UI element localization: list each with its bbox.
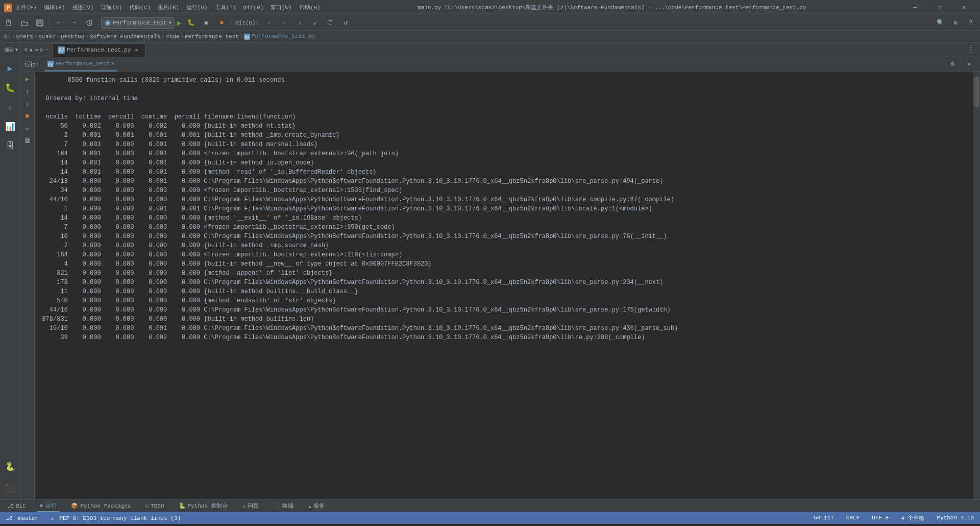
git-push-button[interactable]: ↗ — [292, 17, 307, 29]
sidebar-profiler-icon[interactable]: 📊 — [1, 117, 19, 136]
title-bar: P 文件(F) 编辑(E) 视图(V) 导航(N) 代码(C) 重构(R) 运行… — [0, 0, 980, 15]
sidebar-database-icon[interactable]: 🗄 — [1, 137, 19, 155]
coverage-button[interactable]: ◉ — [199, 17, 213, 29]
run-tab-active[interactable]: py Performance_test ✕ — [44, 57, 117, 71]
git-check-1[interactable]: ✓ — [262, 17, 276, 29]
run-toolbar-left: ▶ ↑ ↓ ■ ↵ 🗑 — [20, 71, 35, 499]
run-tab-close[interactable]: ✕ — [111, 61, 114, 66]
settings-button[interactable]: ⚙ — [948, 17, 963, 29]
bottom-tab-terminal[interactable]: ⬛ 终端 — [270, 500, 297, 512]
clear-output-button[interactable]: 🗑 — [22, 135, 33, 146]
scrollbar-thumb[interactable] — [974, 77, 979, 107]
menu-tools[interactable]: 工具(T) — [215, 4, 236, 11]
services-tab-icon: ☁ — [308, 503, 311, 509]
breadcrumb-part-code[interactable]: code — [166, 34, 179, 40]
output-content[interactable]: 8506 function calls (8326 primitive call… — [35, 71, 973, 499]
git-revert-button[interactable]: ↺ — [338, 17, 353, 29]
scroll-up-button[interactable]: ↑ — [22, 86, 33, 97]
bottom-tab-run[interactable]: ▶ 运行 — [37, 500, 60, 512]
debug-button[interactable]: 🐛 — [184, 17, 198, 29]
menu-navigate[interactable]: 导航(N) — [101, 4, 122, 11]
sidebar-run-icon[interactable]: ▶ — [1, 59, 19, 78]
status-bar: ⎇ master ⚠ PEP 8: E303 too many blank li… — [0, 512, 980, 524]
bottom-tab-git[interactable]: ⎇ Git — [4, 500, 29, 512]
status-encoding[interactable]: UTF-8 — [870, 515, 891, 521]
menu-help[interactable]: 帮助(H) — [299, 4, 321, 11]
menu-run[interactable]: 运行(U) — [186, 4, 208, 11]
run-tab-icon: ▶ — [40, 502, 44, 509]
breadcrumb-part-c[interactable]: C: — [4, 34, 11, 40]
stop-button[interactable]: ■ — [214, 17, 229, 29]
sidebar-python-icon[interactable]: 🐍 — [1, 458, 19, 476]
bottom-tab-packages[interactable]: 📦 Python Packages — [68, 500, 134, 512]
status-bar-right: 58:117 CRLF UTF-8 4 个空格 Python 3.10 — [812, 514, 976, 522]
status-git-branch[interactable]: ⎇ master — [4, 515, 40, 521]
bottom-tab-python-console[interactable]: 🐍 Python 控制台 — [176, 500, 231, 512]
status-line-ending[interactable]: CRLF — [844, 515, 862, 521]
bottom-tab-todo[interactable]: ☑ TODO — [142, 500, 167, 512]
back-button[interactable]: ← — [52, 17, 66, 29]
wrap-button[interactable]: ↵ — [22, 123, 33, 134]
sidebar-terminal-icon[interactable]: ⬛ — [1, 479, 19, 497]
minimize-button[interactable]: — — [903, 0, 927, 15]
menu-window[interactable]: 窗口(W) — [271, 4, 292, 11]
open-button[interactable] — [17, 17, 32, 29]
todo-tab-icon: ☑ — [145, 503, 149, 509]
menu-code[interactable]: 代码(C) — [129, 4, 151, 11]
maximize-button[interactable]: ❐ — [928, 0, 951, 15]
git-fetch-button[interactable]: ↙ — [308, 17, 322, 29]
file-tab-performance-test[interactable]: py Performance_test.py ✕ — [53, 43, 145, 57]
scroll-down-button[interactable]: ↓ — [22, 98, 33, 109]
forward-button[interactable]: → — [67, 17, 81, 29]
breadcrumb-part-sf[interactable]: Software-Fundamentals — [90, 34, 161, 40]
sidebar-bookmark-icon[interactable]: ☆ — [1, 98, 19, 116]
breadcrumb-part-perf-test[interactable]: Performance test — [185, 34, 239, 40]
tab-structure-button[interactable]: ≡ ⇅ ⇄ ⚙ — — [20, 43, 53, 57]
tab-settings-button[interactable]: ⋮ — [964, 44, 978, 56]
breadcrumb-part-users[interactable]: Users — [16, 34, 33, 40]
run-settings-icon[interactable]: ⚙ — [945, 58, 960, 70]
output-area: 8506 function calls (8326 primitive call… — [35, 71, 980, 499]
svg-text:py: py — [245, 35, 249, 39]
run-close-icon[interactable]: ✕ — [962, 58, 976, 70]
file-tab-bar: 项目 ▼ ≡ ⇅ ⇄ ⚙ — py Performance_test.py ✕ … — [0, 43, 980, 57]
breadcrumb-sep-1: › — [12, 34, 15, 40]
search-everywhere-button[interactable]: 🔍 — [933, 17, 947, 29]
help-button[interactable]: ? — [964, 17, 978, 29]
close-button[interactable]: ✕ — [952, 0, 976, 15]
recent-files-button[interactable] — [82, 17, 96, 29]
breadcrumb-part-user[interactable]: sca82 — [38, 34, 55, 40]
run-button[interactable]: ▶ — [176, 18, 183, 28]
status-position[interactable]: 58:117 — [812, 515, 836, 521]
status-warning[interactable]: ⚠ PEP 8: E303 too many blank lines (3) — [48, 515, 183, 521]
status-python-version[interactable]: Python 3.10 — [935, 515, 976, 521]
menu-refactor[interactable]: 重构(R) — [158, 4, 179, 11]
problems-tab-icon: ⚠ — [242, 503, 246, 509]
run-config-dropdown[interactable]: P Performance_test ▼ — [101, 17, 175, 29]
tab-close-button[interactable]: ✕ — [133, 46, 140, 54]
rerun-button[interactable]: ▶ — [22, 74, 33, 85]
project-view-button[interactable]: 项目 ▼ — [2, 43, 20, 57]
new-file-button[interactable] — [2, 17, 16, 29]
warning-icon: ⚠ — [51, 515, 54, 521]
menu-edit[interactable]: 编辑(E) — [44, 4, 65, 11]
menu-view[interactable]: 视图(V) — [72, 4, 94, 11]
menu-file[interactable]: 文件(F) — [15, 4, 37, 11]
stop-run-button[interactable]: ■ — [22, 110, 33, 122]
breadcrumb-part-file[interactable]: pyPerformance_test.py — [244, 33, 315, 39]
git-history-button[interactable]: ⏱ — [323, 17, 337, 29]
sidebar-left: ▶ 🐛 ☆ 📊 🗄 🐍 ⬛ — [0, 57, 20, 499]
bottom-tab-services[interactable]: ☁ 服务 — [305, 500, 328, 512]
svg-rect-2 — [7, 20, 11, 26]
save-button[interactable] — [33, 17, 47, 29]
sidebar-debug-icon[interactable]: 🐛 — [1, 79, 19, 97]
breadcrumb-sep-5: › — [162, 34, 165, 40]
breadcrumb-part-desktop[interactable]: Desktop — [61, 34, 84, 40]
bottom-tab-problems[interactable]: ⚠ 问题 — [239, 500, 262, 512]
status-indent[interactable]: 4 个空格 — [899, 514, 926, 522]
breadcrumb-sep-3: › — [56, 34, 60, 40]
menu-git[interactable]: Git(G) — [243, 5, 264, 11]
git-check-2[interactable]: ✓ — [277, 17, 291, 29]
vertical-scrollbar[interactable] — [973, 71, 980, 499]
run-panel: 运行: py Performance_test ✕ ⚙ ✕ ▶ ↑ ↓ ■ ↵ … — [20, 57, 980, 499]
